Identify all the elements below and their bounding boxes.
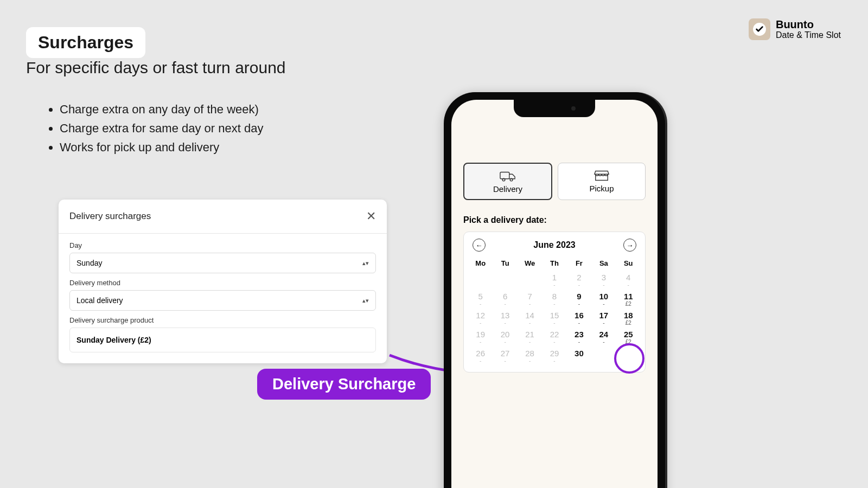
dow-label: Su <box>616 256 641 271</box>
surcharge-modal: Delivery surcharges ✕ Day Sunday ▴▾ Deli… <box>59 200 387 363</box>
method-value: Local delivery <box>76 296 123 305</box>
calendar-day: 29- <box>542 346 566 365</box>
chevron-updown-icon: ▴▾ <box>362 260 369 267</box>
calendar-day: 4- <box>616 271 641 290</box>
dow-label: Fr <box>567 256 591 271</box>
calendar-day <box>518 271 542 290</box>
calendar-day[interactable]: 25£2 <box>616 328 641 346</box>
calendar-day: 7- <box>518 290 542 309</box>
modal-title: Delivery surcharges <box>69 211 151 222</box>
pick-date-label: Pick a delivery date: <box>463 215 646 225</box>
delivery-surcharge-pill: Delivery Surcharge <box>257 369 431 400</box>
calendar-day[interactable]: 10- <box>591 290 616 309</box>
tab-pickup-label: Pickup <box>589 184 614 193</box>
calendar-day: 8- <box>542 290 566 309</box>
phone-notch <box>514 100 595 117</box>
day-label: Day <box>69 241 376 249</box>
calendar-day: 15- <box>542 309 566 328</box>
dow-label: Mo <box>468 256 493 271</box>
calendar-day: 12- <box>468 309 493 328</box>
dow-label: Sa <box>591 256 616 271</box>
brand-logo: Buunto Date & Time Slot <box>749 18 841 40</box>
close-icon[interactable]: ✕ <box>366 209 376 223</box>
svg-point-3 <box>510 178 513 181</box>
calendar-day: 27- <box>493 346 517 365</box>
day-select[interactable]: Sunday ▴▾ <box>69 253 376 273</box>
bullet-item: Charge extra for same day or next day <box>60 119 263 137</box>
tab-delivery[interactable]: Delivery <box>463 163 552 200</box>
method-label: Delivery method <box>69 279 376 287</box>
dow-label: Th <box>542 256 566 271</box>
title-badge: Surcharges <box>26 27 145 58</box>
chevron-updown-icon: ▴▾ <box>362 297 369 304</box>
month-label: June 2023 <box>533 240 575 250</box>
calendar-day <box>591 346 616 365</box>
calendar-day: 14- <box>518 309 542 328</box>
bullet-list: Charge extra on any day of the week) Cha… <box>49 100 263 157</box>
next-month-button[interactable]: → <box>623 239 636 252</box>
calendar-day: 28- <box>518 346 542 365</box>
calendar-day: 20- <box>493 328 517 346</box>
tab-pickup[interactable]: Pickup <box>558 163 646 200</box>
phone-mockup: Delivery Pickup Pick a delivery date: ← … <box>444 92 665 488</box>
calendar-day: 3- <box>591 271 616 290</box>
product-value[interactable]: Sunday Delivery (£2) <box>69 328 376 352</box>
calendar-day[interactable]: 18£2 <box>616 309 641 328</box>
svg-point-2 <box>502 178 505 181</box>
calendar-day[interactable]: 11£2 <box>616 290 641 309</box>
dow-label: We <box>518 256 542 271</box>
calendar-day[interactable]: 23- <box>567 328 591 346</box>
calendar-day: 22- <box>542 328 566 346</box>
method-select[interactable]: Local delivery ▴▾ <box>69 290 376 311</box>
day-value: Sunday <box>76 259 102 267</box>
calendar-day[interactable]: 9- <box>567 290 591 309</box>
calendar-day <box>493 271 517 290</box>
calendar-day: 5- <box>468 290 493 309</box>
calendar-day[interactable]: 16- <box>567 309 591 328</box>
product-label: Delivery surcharge product <box>69 316 376 324</box>
calendar-day: 6- <box>493 290 517 309</box>
calendar-day: 13- <box>493 309 517 328</box>
bullet-item: Works for pick up and delivery <box>60 138 263 156</box>
prev-month-button[interactable]: ← <box>473 239 486 252</box>
calendar-day <box>468 271 493 290</box>
calendar-day[interactable]: 17- <box>591 309 616 328</box>
subtitle: For specific days or fast turn around <box>26 59 286 77</box>
store-icon <box>593 170 610 182</box>
checkmark-icon <box>749 18 770 40</box>
calendar-day: 2- <box>567 271 591 290</box>
calendar-day: 21- <box>518 328 542 346</box>
bullet-item: Charge extra on any day of the week) <box>60 100 263 118</box>
calendar-day: 19- <box>468 328 493 346</box>
tab-delivery-label: Delivery <box>493 184 522 194</box>
calendar-day[interactable]: 24- <box>591 328 616 346</box>
calendar: ← June 2023 → MoTuWeThFrSaSu1-2-3-4-5-6-… <box>463 232 646 373</box>
truck-icon <box>500 170 516 182</box>
calendar-day: 1- <box>542 271 566 290</box>
brand-sub: Date & Time Slot <box>776 30 841 40</box>
calendar-day[interactable]: 30 <box>567 346 591 365</box>
calendar-day <box>616 346 641 365</box>
calendar-day: 26- <box>468 346 493 365</box>
dow-label: Tu <box>493 256 517 271</box>
svg-rect-1 <box>500 172 509 179</box>
brand-name: Buunto <box>776 18 841 30</box>
